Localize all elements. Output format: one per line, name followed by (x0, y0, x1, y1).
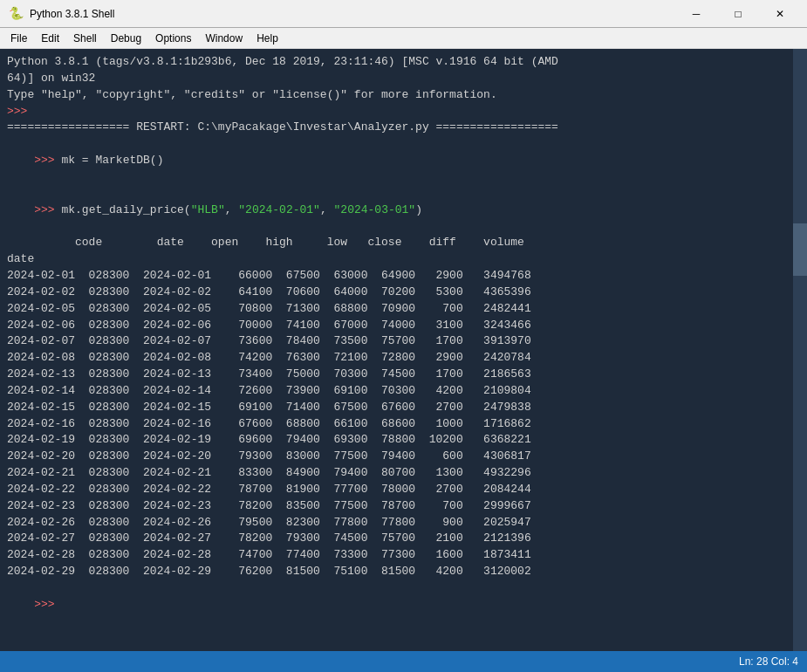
menu-edit[interactable]: Edit (34, 31, 66, 46)
table-row: 2024-02-06 028300 2024-02-06 70000 74100… (7, 318, 800, 334)
window-controls: ─ □ ✕ (676, 0, 800, 28)
cmd2-param2: "2024-02-01" (238, 203, 320, 216)
table-row: 2024-02-14 028300 2024-02-14 72600 73900… (7, 383, 800, 400)
table-row: 2024-02-22 028300 2024-02-22 78700 81900… (7, 482, 800, 498)
title-bar-text: Python 3.8.1 Shell (30, 8, 676, 20)
app-icon: 🐍 (7, 5, 24, 23)
prompt-symbol-3: >>> (34, 203, 61, 216)
table-row: 2024-02-28 028300 2024-02-28 74700 77400… (7, 547, 800, 564)
maximize-button[interactable]: □ (718, 0, 758, 28)
table-row: 2024-02-19 028300 2024-02-19 69600 79400… (7, 432, 800, 449)
menu-shell[interactable]: Shell (66, 31, 104, 46)
python-version-line2: 64)] on win32 (7, 71, 800, 87)
python-help-line: Type "help", "copyright", "credits" or "… (7, 87, 800, 104)
table-row: 2024-02-27 028300 2024-02-27 78200 79300… (7, 531, 800, 547)
table-row: 2024-02-07 028300 2024-02-07 73600 78400… (7, 333, 800, 350)
date-label: date (7, 251, 800, 268)
menu-debug[interactable]: Debug (104, 31, 148, 46)
cmd1-line: >>> mk = MarketDB() (7, 136, 800, 186)
menu-window[interactable]: Window (198, 31, 250, 46)
table-row: 2024-02-16 028300 2024-02-16 67600 68800… (7, 416, 800, 433)
prompt-line1: >>> (7, 104, 800, 120)
minimize-button[interactable]: ─ (676, 0, 716, 28)
status-text: Ln: 28 Col: 4 (739, 655, 798, 668)
cmd2-close: ) (415, 203, 422, 216)
restart-line: ================== RESTART: C:\myPacakag… (7, 120, 800, 136)
scrollbar[interactable] (793, 49, 807, 651)
python-version-line1: Python 3.8.1 (tags/v3.8.1:1b293b6, Dec 1… (7, 54, 800, 71)
table-row: 2024-02-20 028300 2024-02-20 79300 83000… (7, 449, 800, 465)
menu-file[interactable]: File (3, 31, 34, 46)
table-data: 2024-02-01 028300 2024-02-01 66000 67500… (7, 268, 800, 580)
cmd2-start: mk.get_daily_price( (61, 203, 190, 216)
cmd2-comma1: , (225, 203, 239, 216)
prompt-symbol-final: >>> (34, 598, 61, 611)
table-header: code date open high low close diff volum… (7, 235, 800, 251)
cmd2-comma2: , (320, 203, 334, 216)
final-prompt-line: >>> (7, 580, 800, 630)
title-bar: 🐍 Python 3.8.1 Shell ─ □ ✕ (0, 0, 807, 28)
prompt-symbol-1: >>> (7, 105, 34, 118)
menu-bar: File Edit Shell Debug Options Window Hel… (0, 28, 807, 49)
table-row: 2024-02-26 028300 2024-02-26 79500 82300… (7, 515, 800, 531)
table-row: 2024-02-02 028300 2024-02-02 64100 70600… (7, 285, 800, 301)
menu-help[interactable]: Help (250, 31, 285, 46)
cmd2-param1: "HLB" (191, 203, 225, 216)
table-row: 2024-02-23 028300 2024-02-23 78200 83500… (7, 498, 800, 515)
cmd2-param3: "2024-03-01" (334, 203, 416, 216)
close-button[interactable]: ✕ (760, 0, 800, 28)
table-row: 2024-02-13 028300 2024-02-13 73400 75000… (7, 367, 800, 383)
prompt-symbol-2: >>> (34, 154, 61, 167)
table-row: 2024-02-15 028300 2024-02-15 69100 71400… (7, 400, 800, 416)
cmd1-text: mk = MarketDB() (61, 154, 163, 167)
table-row: 2024-02-01 028300 2024-02-01 66000 67500… (7, 268, 800, 285)
scrollbar-thumb[interactable] (793, 223, 807, 276)
table-row: 2024-02-08 028300 2024-02-08 74200 76300… (7, 350, 800, 367)
cmd2-line: >>> mk.get_daily_price("HLB", "2024-02-0… (7, 186, 800, 236)
menu-options[interactable]: Options (148, 31, 198, 46)
terminal[interactable]: Python 3.8.1 (tags/v3.8.1:1b293b6, Dec 1… (0, 49, 807, 651)
status-bar: Ln: 28 Col: 4 (0, 651, 807, 672)
table-row: 2024-02-29 028300 2024-02-29 76200 81500… (7, 564, 800, 580)
table-row: 2024-02-05 028300 2024-02-05 70800 71300… (7, 301, 800, 318)
table-row: 2024-02-21 028300 2024-02-21 83300 84900… (7, 465, 800, 482)
